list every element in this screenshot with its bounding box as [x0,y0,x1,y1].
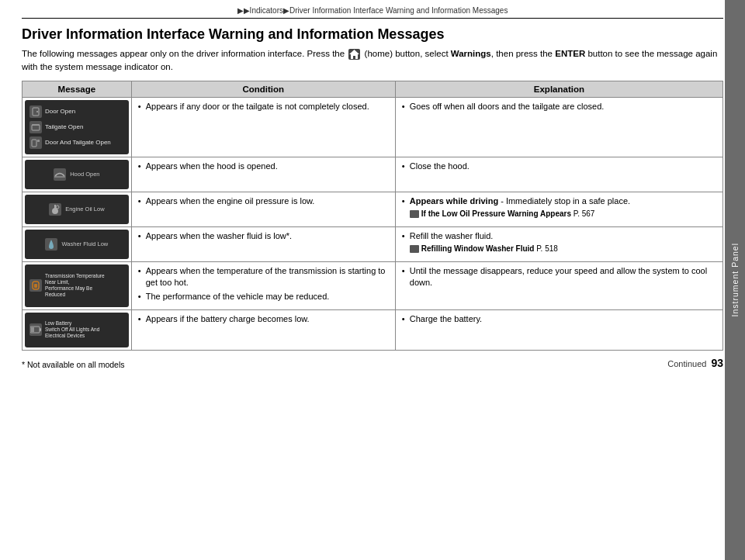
intro-text-after: (home) button, select [365,49,449,58]
info-table: Message Condition Explanation Door Open [22,81,723,351]
cond-list-row3: Appears when the engine oil pressure is … [137,195,390,207]
svg-rect-10 [34,284,37,288]
oil-icon [49,203,61,216]
msg-cell-row4: Washer Fluid Low [23,226,132,261]
expl-cell-row3: Appears while driving - Immediately stop… [395,192,722,226]
table-row: Engine Oil Low Appears when the engine o… [23,192,723,226]
expl-list-row1: Goes off when all doors and the tailgate… [400,101,718,112]
table-row: Door Open Tailgate Open Do [23,97,723,157]
intro-paragraph: The following messages appear only on th… [22,47,723,74]
breadcrumb-text: ▶▶Indicators▶Driver Information Interfac… [237,6,508,15]
col-header-explanation: Explanation [395,81,722,97]
expl-list-row3: Appears while driving - Immediately stop… [400,195,718,220]
home-icon [348,49,360,60]
svg-rect-13 [31,327,34,332]
svg-marker-0 [349,50,359,59]
expl-cell-row5: Until the message disappears, reduce you… [395,261,722,309]
cond-cell-row4: Appears when the washer fluid is low*. [131,226,395,261]
svg-rect-7 [54,176,65,178]
expl-cell-row2: Close the hood. [395,157,722,192]
cond-list-row1: Appears if any door or the tailgate is n… [137,101,390,112]
msg-screen-row5: Transmission TemperatureNear Limit,Perfo… [25,264,129,307]
expl-cell-row4: Refill the washer fluid. Refilling Windo… [395,226,722,261]
cond-list-row6: Appears if the battery charge becomes lo… [137,313,390,325]
svg-rect-3 [32,125,40,130]
msg-cell-row5: Transmission TemperatureNear Limit,Perfo… [23,261,132,309]
book-icon [410,210,419,218]
expl-list-row4: Refill the washer fluid. Refilling Windo… [400,230,718,254]
svg-rect-4 [32,124,40,126]
expl-cell-row6: Charge the battery. [395,309,722,350]
table-row: Transmission TemperatureNear Limit,Perfo… [23,261,723,309]
page-number: 93 [711,357,723,369]
cond-list-row4: Appears when the washer fluid is low*. [137,230,390,242]
expl-list-row5: Until the message disappears, reduce you… [400,265,718,289]
main-content: ▶▶Indicators▶Driver Information Interfac… [22,0,723,379]
cond-cell-row6: Appears if the battery charge becomes lo… [131,309,395,350]
continued-label: Continued [667,359,706,368]
msg-screen-row4: Washer Fluid Low [25,230,129,259]
svg-point-8 [56,206,59,209]
msg-screen-row2: Hood Open [25,160,129,189]
msg-screen-row3: Engine Oil Low [25,195,129,224]
side-panel-label: Instrument Panel [730,243,740,316]
col-header-condition: Condition [131,81,395,97]
door-icon [29,105,42,118]
expl-cell-row1: Goes off when all doors and the tailgate… [395,97,722,157]
expl-list-row6: Charge the battery. [400,313,718,325]
tailgate-icon [29,121,42,133]
cond-cell-row1: Appears if any door or the tailgate is n… [131,97,395,157]
svg-point-2 [36,111,38,112]
trans-temp-icon [29,279,42,292]
door-tailgate-icon [29,137,42,149]
msg-screen-row1: Door Open Tailgate Open Do [25,100,129,154]
warnings-bold: Warnings [451,49,491,58]
cond-cell-row3: Appears when the engine oil pressure is … [131,192,395,226]
table-row: Washer Fluid Low Appears when the washer… [23,226,723,261]
washer-icon [45,238,57,251]
svg-rect-12 [40,328,41,331]
svg-rect-5 [32,140,36,147]
side-panel: Instrument Panel [725,0,745,560]
msg-cell-row3: Engine Oil Low [23,192,132,226]
table-row: Hood Open Appears when the hood is opene… [23,157,723,192]
expl-list-row2: Close the hood. [400,161,718,172]
col-header-message: Message [23,81,132,97]
page-title: Driver Information Interface Warning and… [22,26,723,43]
cond-cell-row5: Appears when the temperature of the tran… [131,261,395,309]
battery-icon [29,323,42,336]
msg-screen-row6: Low BatterySwitch Off All Lights AndElec… [25,313,129,347]
intro-text-before: The following messages appear only on th… [22,49,345,58]
cond-list-row2: Appears when the hood is opened. [137,161,390,172]
msg-cell-row1: Door Open Tailgate Open Do [23,97,132,157]
svg-rect-6 [37,140,40,142]
cond-list-row5: Appears when the temperature of the tran… [137,265,390,303]
book-icon-2 [410,245,419,253]
enter-bold: ENTER [555,49,585,58]
breadcrumb: ▶▶Indicators▶Driver Information Interfac… [22,6,723,19]
footer: * Not available on all models Continued … [22,357,723,372]
table-row: Low BatterySwitch Off All Lights AndElec… [23,309,723,350]
footnote: * Not available on all models [22,360,125,369]
hood-icon [54,168,66,181]
cond-cell-row2: Appears when the hood is opened. [131,157,395,192]
msg-cell-row6: Low BatterySwitch Off All Lights AndElec… [23,309,132,350]
msg-cell-row2: Hood Open [23,157,132,192]
